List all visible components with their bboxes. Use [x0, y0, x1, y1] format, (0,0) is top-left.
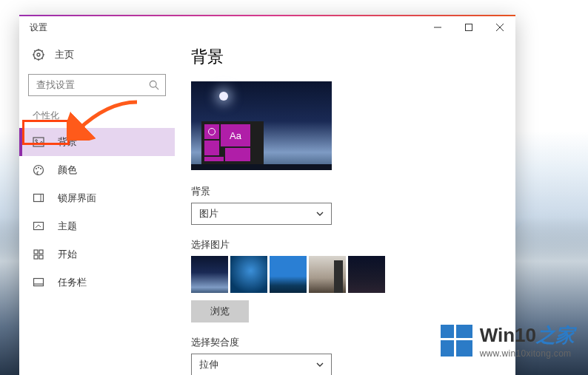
sidebar-item-background[interactable]: 背景 — [19, 128, 175, 156]
chevron-down-icon — [316, 210, 324, 217]
svg-line-15 — [156, 87, 158, 89]
svg-rect-1 — [466, 24, 472, 31]
fit-dropdown[interactable]: 拉伸 — [191, 354, 332, 375]
close-button[interactable] — [484, 16, 515, 38]
svg-rect-29 — [34, 279, 44, 286]
sidebar-item-label: 颜色 — [58, 163, 77, 177]
section-label: 个性化 — [19, 109, 175, 122]
thumbnail[interactable] — [191, 256, 228, 293]
choose-picture-label: 选择图片 — [191, 238, 493, 251]
titlebar: 设置 — [19, 16, 515, 38]
sidebar-item-themes[interactable]: 主题 — [19, 212, 175, 240]
maximize-button[interactable] — [453, 16, 484, 38]
background-label: 背景 — [191, 185, 493, 198]
settings-window: 设置 主页 查找设置 个性化 背景 颜色 — [19, 15, 515, 375]
background-dropdown[interactable]: 图片 — [191, 203, 332, 225]
dropdown-value: 拉伸 — [199, 358, 218, 371]
home-link[interactable]: 主页 — [19, 41, 175, 68]
svg-rect-24 — [34, 223, 44, 230]
minimize-button[interactable] — [422, 16, 453, 38]
lockscreen-icon — [33, 192, 44, 204]
watermark-brand: Win10之家 — [480, 322, 575, 348]
watermark: Win10之家 www.win10xitong.com — [441, 322, 575, 359]
svg-point-5 — [37, 53, 40, 56]
gear-icon — [33, 49, 44, 61]
search-input[interactable]: 查找设置 — [28, 74, 166, 96]
svg-point-20 — [38, 167, 39, 169]
sidebar-item-colors[interactable]: 颜色 — [19, 156, 175, 184]
svg-point-19 — [36, 168, 37, 169]
svg-rect-25 — [34, 250, 38, 254]
thumbnail[interactable] — [348, 256, 385, 293]
svg-point-17 — [36, 140, 38, 142]
sidebar-item-label: 主题 — [58, 220, 77, 233]
svg-point-14 — [150, 81, 156, 87]
picture-icon — [33, 136, 44, 148]
start-icon — [33, 249, 44, 260]
search-icon — [149, 80, 159, 90]
svg-rect-27 — [34, 255, 38, 259]
window-controls — [422, 16, 515, 38]
browse-button[interactable]: 浏览 — [191, 300, 249, 322]
windows-logo-icon — [441, 325, 472, 357]
desktop-preview: Aa — [191, 81, 332, 170]
sidebar: 主页 查找设置 个性化 背景 颜色 锁屏界面 主题 — [19, 38, 175, 375]
sidebar-item-label: 锁屏界面 — [58, 192, 96, 205]
watermark-url: www.win10xitong.com — [480, 348, 575, 359]
sidebar-item-label: 背景 — [58, 135, 77, 149]
sidebar-item-label: 任务栏 — [58, 276, 87, 289]
sidebar-item-label: 开始 — [58, 248, 77, 261]
svg-rect-22 — [34, 195, 44, 202]
thumbnail[interactable] — [309, 256, 346, 293]
brush-icon — [33, 220, 44, 232]
preview-tile-label: Aa — [221, 124, 250, 146]
home-label: 主页 — [55, 48, 74, 61]
page-title: 背景 — [191, 46, 493, 68]
thumbnail[interactable] — [270, 256, 307, 293]
search-placeholder: 查找设置 — [36, 78, 149, 92]
sidebar-item-start[interactable]: 开始 — [19, 240, 175, 268]
sidebar-item-lockscreen[interactable]: 锁屏界面 — [19, 184, 175, 212]
palette-icon — [33, 164, 44, 176]
taskbar-icon — [33, 277, 44, 288]
window-title: 设置 — [30, 21, 47, 34]
sidebar-item-taskbar[interactable]: 任务栏 — [19, 268, 175, 297]
chevron-down-icon — [316, 361, 324, 368]
svg-rect-28 — [39, 255, 43, 259]
picture-thumbnails — [191, 256, 493, 293]
thumbnail[interactable] — [230, 256, 267, 293]
svg-rect-26 — [39, 250, 43, 254]
dropdown-value: 图片 — [199, 207, 218, 220]
svg-point-18 — [34, 166, 44, 175]
svg-point-21 — [40, 168, 41, 169]
